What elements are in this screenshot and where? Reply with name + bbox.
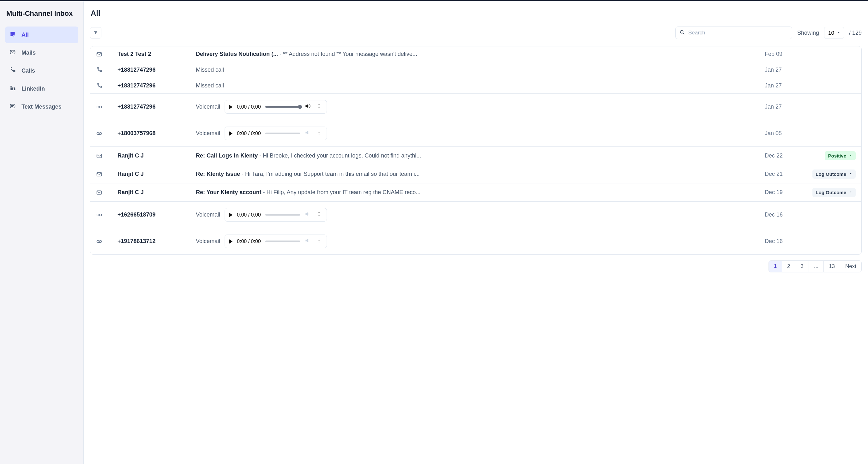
row-from: +18312747296 <box>118 103 193 110</box>
row-snippet: Missed call <box>196 67 224 73</box>
row-from: +19178613712 <box>118 238 193 244</box>
table-row[interactable]: Ranjit C JRe: Klenty Issue - Hi Tara, I'… <box>90 165 861 184</box>
row-subject: Re: Call Logs in Klenty <box>196 153 258 159</box>
audio-menu-button[interactable] <box>315 103 323 110</box>
speaker-icon[interactable] <box>305 237 311 245</box>
audio-track[interactable] <box>265 214 300 216</box>
table-row[interactable]: +18312747296Missed callJan 27 <box>90 78 861 94</box>
row-date: Jan 27 <box>765 67 803 73</box>
filter-button[interactable] <box>90 27 101 38</box>
message-icon <box>9 103 16 111</box>
table-row[interactable]: +18312747296Voicemail0:00 / 0:00Jan 27 <box>90 94 861 120</box>
row-content: Voicemail0:00 / 0:00 <box>196 100 762 113</box>
outcome-chip[interactable]: Log Outcome <box>812 169 856 179</box>
row-date: Jan 27 <box>765 103 803 110</box>
sidebar-item-all[interactable]: All <box>5 27 78 43</box>
speaker-icon[interactable] <box>305 211 311 219</box>
row-content: Voicemail0:00 / 0:00 <box>196 208 762 222</box>
sidebar-nav: AllMailsCallsLinkedInText Messages <box>5 27 78 115</box>
row-from: +16266518709 <box>118 211 193 218</box>
audio-time: 0:00 / 0:00 <box>237 239 261 244</box>
table-row[interactable]: +18312747296Missed callJan 27 <box>90 62 861 78</box>
page-3[interactable]: 3 <box>795 260 809 272</box>
page-size-select[interactable]: 10 <box>824 27 844 39</box>
row-content: Re: Klenty Issue - Hi Tara, I'm adding o… <box>196 171 762 177</box>
row-date: Jan 27 <box>765 82 803 89</box>
table-row[interactable]: Ranjit C JRe: Your Klenty account - Hi F… <box>90 184 861 202</box>
phone-icon <box>9 67 16 75</box>
audio-menu-button[interactable] <box>315 238 323 244</box>
page-ellipsis: ... <box>809 260 824 272</box>
message-table: Test 2 Test 2Delivery Status Notificatio… <box>90 46 862 255</box>
page-2[interactable]: 2 <box>782 260 795 272</box>
outcome-chip[interactable]: Log Outcome <box>812 188 856 197</box>
play-button[interactable] <box>229 239 232 244</box>
sidebar-item-mails[interactable]: Mails <box>5 44 78 61</box>
speaker-icon[interactable] <box>305 129 311 137</box>
row-from: Test 2 Test 2 <box>118 51 193 58</box>
outcome-label: Log Outcome <box>815 171 846 177</box>
audio-player: 0:00 / 0:00 <box>224 100 327 113</box>
table-row[interactable]: +19178613712Voicemail0:00 / 0:00Dec 16 <box>90 228 861 255</box>
play-button[interactable] <box>229 131 232 136</box>
sidebar-item-linkedin[interactable]: LinkedIn <box>5 80 78 97</box>
sidebar-item-text[interactable]: Text Messages <box>5 98 78 115</box>
row-content: Missed call <box>196 82 762 89</box>
row-snippet: Missed call <box>196 82 224 89</box>
phone-icon <box>96 83 115 89</box>
outcome-label: Log Outcome <box>815 190 846 195</box>
search-input[interactable] <box>675 27 792 39</box>
row-date: Dec 19 <box>765 189 803 196</box>
play-button[interactable] <box>229 212 232 218</box>
speaker-icon[interactable] <box>305 103 311 111</box>
audio-menu-button[interactable] <box>315 130 323 137</box>
row-subject: Re: Your Klenty account <box>196 189 261 195</box>
mail-icon <box>96 51 115 58</box>
table-row[interactable]: Test 2 Test 2Delivery Status Notificatio… <box>90 46 861 62</box>
mail-icon <box>96 189 115 196</box>
page-title: All <box>91 9 862 18</box>
audio-menu-button[interactable] <box>315 211 323 218</box>
page-13[interactable]: 13 <box>824 260 840 272</box>
sidebar-item-label: All <box>22 32 29 38</box>
row-date: Feb 09 <box>765 51 803 58</box>
voicemail-icon <box>96 212 115 218</box>
mail-icon <box>9 49 16 57</box>
row-snippet: ** Address not found ** Your message was… <box>283 51 417 57</box>
filter-icon <box>93 30 98 35</box>
sidebar-item-calls[interactable]: Calls <box>5 63 78 79</box>
sidebar-item-label: Calls <box>22 68 35 74</box>
voicemail-label: Voicemail <box>196 103 220 110</box>
row-action: Log Outcome <box>805 169 856 179</box>
voicemail-icon <box>96 238 115 244</box>
row-content: Missed call <box>196 67 762 73</box>
table-row[interactable]: +18003757968Voicemail0:00 / 0:00Jan 05 <box>90 120 861 147</box>
voicemail-icon <box>96 104 115 110</box>
linkedin-icon <box>9 85 16 93</box>
audio-track[interactable] <box>265 240 300 242</box>
sidebar-item-label: Mails <box>22 49 36 56</box>
outcome-chip[interactable]: Positive <box>825 151 856 160</box>
page-1[interactable]: 1 <box>769 260 782 272</box>
audio-time: 0:00 / 0:00 <box>237 212 261 218</box>
pagination: 123...13Next <box>90 260 862 272</box>
row-subject: Re: Klenty Issue <box>196 171 240 177</box>
voicemail-icon <box>96 130 115 137</box>
row-date: Dec 22 <box>765 153 803 159</box>
sidebar-item-label: Text Messages <box>22 103 62 110</box>
audio-track[interactable] <box>265 133 300 134</box>
row-subject: Delivery Status Notification (... <box>196 51 278 57</box>
total-count: / 129 <box>849 30 862 36</box>
page-next[interactable]: Next <box>840 260 862 272</box>
table-row[interactable]: +16266518709Voicemail0:00 / 0:00Dec 16 <box>90 202 861 228</box>
outcome-label: Positive <box>828 153 846 159</box>
table-row[interactable]: Ranjit C JRe: Call Logs in Klenty - Hi B… <box>90 147 861 165</box>
audio-player: 0:00 / 0:00 <box>224 234 327 248</box>
play-button[interactable] <box>229 104 232 109</box>
row-action: Positive <box>805 151 856 160</box>
audio-track[interactable] <box>265 106 300 108</box>
tray-icon <box>9 31 16 39</box>
row-action: Log Outcome <box>805 188 856 197</box>
sidebar: Multi-Channel Inbox AllMailsCallsLinkedI… <box>0 1 84 464</box>
row-content: Voicemail0:00 / 0:00 <box>196 234 762 248</box>
